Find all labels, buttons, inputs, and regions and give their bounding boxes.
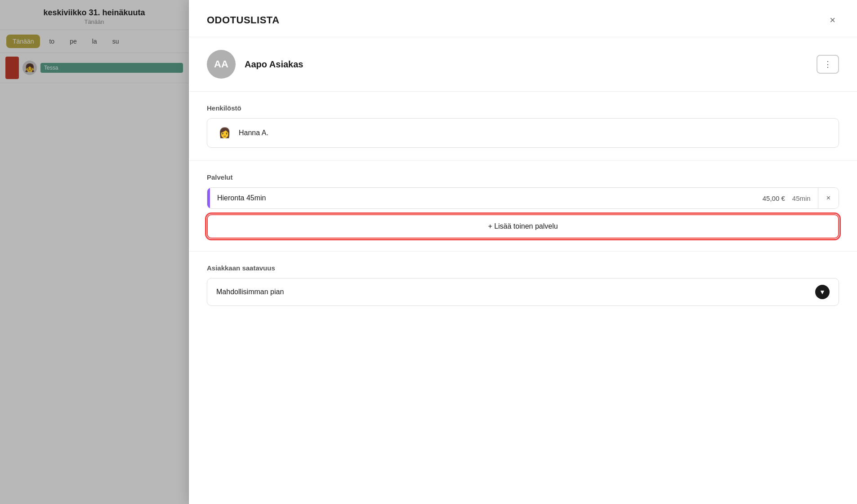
availability-label: Asiakkaan saatavuus bbox=[207, 264, 839, 272]
staff-section-label: Henkilöstö bbox=[207, 104, 839, 112]
staff-picker[interactable]: 👩 Hanna A. bbox=[207, 118, 839, 148]
close-button[interactable]: × bbox=[826, 13, 839, 28]
service-name: Hieronta 45min bbox=[217, 194, 266, 202]
availability-expand-icon[interactable]: ▼ bbox=[815, 285, 830, 299]
options-button[interactable]: ⋮ bbox=[817, 55, 839, 74]
services-section: Palvelut Hieronta 45min 45,00 € 45min × … bbox=[189, 161, 857, 252]
service-duration: 45min bbox=[792, 195, 811, 202]
availability-row[interactable]: Mahdollisimman pian ▼ bbox=[207, 278, 839, 306]
modal-panel: ODOTUSLISTA × AA Aapo Asiakas ⋮ Henkilös… bbox=[189, 0, 857, 504]
customer-name: Aapo Asiakas bbox=[245, 59, 303, 70]
staff-picker-avatar: 👩 bbox=[216, 125, 232, 141]
staff-section: Henkilöstö 👩 Hanna A. bbox=[189, 92, 857, 161]
modal-header: ODOTUSLISTA × bbox=[189, 0, 857, 37]
customer-section: AA Aapo Asiakas ⋮ bbox=[189, 37, 857, 92]
services-label: Palvelut bbox=[207, 173, 839, 181]
remove-service-button[interactable]: × bbox=[818, 188, 839, 208]
availability-option: Mahdollisimman pian bbox=[216, 288, 284, 296]
service-details: Hieronta 45min 45,00 € 45min bbox=[210, 188, 818, 208]
modal-title: ODOTUSLISTA bbox=[207, 14, 280, 26]
service-price: 45,00 € bbox=[763, 195, 785, 202]
customer-avatar: AA bbox=[207, 50, 236, 79]
service-meta: 45,00 € 45min bbox=[763, 195, 811, 202]
staff-emoji: 👩 bbox=[219, 127, 231, 139]
staff-picker-name: Hanna A. bbox=[239, 129, 268, 137]
customer-info: AA Aapo Asiakas bbox=[207, 50, 303, 79]
availability-section: Asiakkaan saatavuus Mahdollisimman pian … bbox=[189, 252, 857, 315]
add-service-button[interactable]: + Lisää toinen palvelu bbox=[207, 214, 839, 239]
service-row: Hieronta 45min 45,00 € 45min × bbox=[207, 187, 839, 209]
